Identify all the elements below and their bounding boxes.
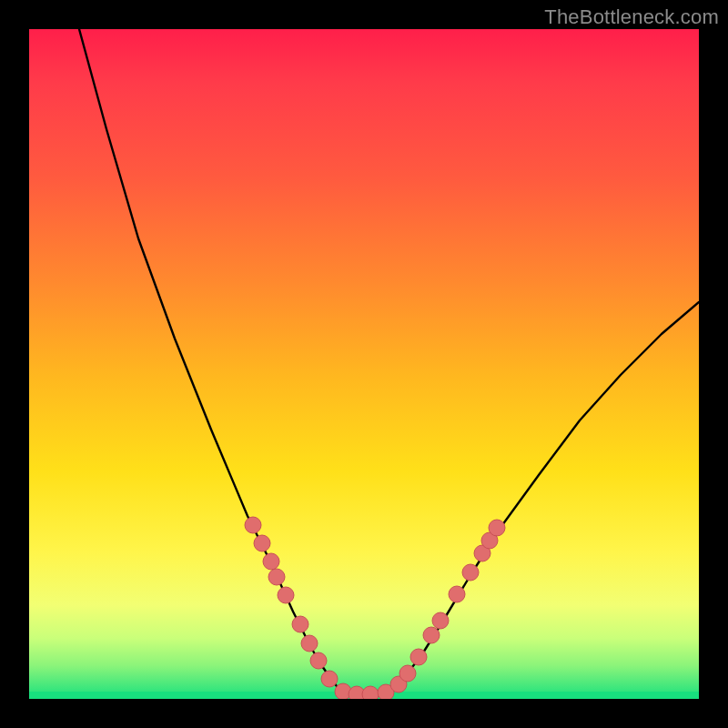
plot-area — [29, 29, 699, 699]
plot-bottom-green-cap — [29, 692, 699, 699]
watermark-text: TheBottleneck.com — [544, 5, 719, 29]
app-frame: TheBottleneck.com — [0, 0, 728, 728]
